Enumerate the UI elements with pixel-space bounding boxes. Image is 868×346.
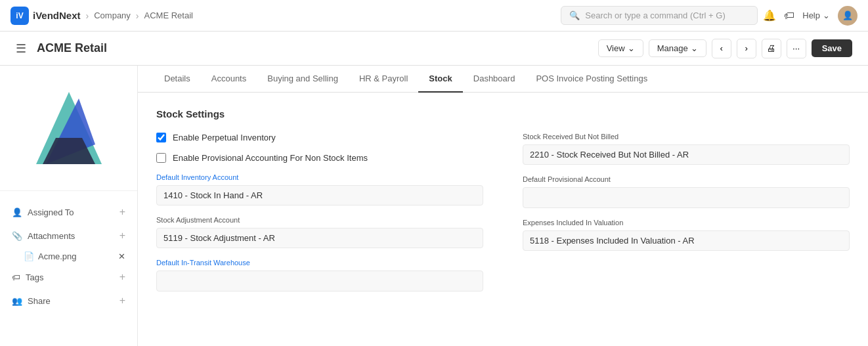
assigned-to-label: Assigned To [28, 207, 74, 217]
default-inventory-account-group: Default Inventory Account [156, 173, 483, 205]
enable-perpetual-inventory-row[interactable]: Enable Perpetual Inventory [156, 133, 483, 142]
header-actions: View ⌄ Manage ⌄ ‹ › 🖨 ··· Save [598, 39, 852, 58]
stock-settings-title: Stock Settings [156, 108, 850, 119]
sidebar-item-assigned-to-left: 👤 Assigned To [12, 207, 74, 217]
file-icon: 📄 [24, 251, 34, 261]
attachments-icon: 📎 [12, 231, 22, 241]
attachment-file-left: 📄 Acme.png [24, 251, 77, 261]
view-label: View [607, 43, 625, 53]
tab-stock[interactable]: Stock [418, 66, 462, 93]
stock-adjustment-account-group: Stock Adjustment Account [156, 216, 483, 248]
expenses-included-valuation-group: Expenses Included In Valuation [523, 219, 850, 251]
help-chevron-icon: ⌄ [823, 11, 830, 20]
breadcrumb-sep-2: › [136, 11, 139, 21]
form-right: Stock Received But Not Billed Default Pr… [523, 133, 850, 292]
default-in-transit-warehouse-input[interactable] [156, 270, 483, 292]
breadcrumb-company[interactable]: Company [94, 11, 131, 20]
view-chevron-icon: ⌄ [628, 43, 635, 53]
tab-pos-invoice[interactable]: POS Invoice Posting Settings [525, 66, 658, 93]
tags-plus-icon[interactable]: + [119, 271, 125, 283]
main-layout: 👤 Assigned To + 📎 Attachments + 📄 Acme.p… [0, 66, 868, 346]
file-remove-icon[interactable]: ✕ [118, 251, 125, 261]
content-area: Details Accounts Buying and Selling HR &… [138, 66, 868, 346]
breadcrumb-sep-1: › [86, 11, 89, 21]
tab-accounts[interactable]: Accounts [201, 66, 257, 93]
form-layout: Enable Perpetual Inventory Enable Provis… [156, 133, 850, 292]
stock-adjustment-account-input[interactable] [156, 228, 483, 248]
more-button[interactable]: ··· [787, 39, 806, 58]
sidebar: 👤 Assigned To + 📎 Attachments + 📄 Acme.p… [0, 66, 138, 346]
search-placeholder: Search or type a command (Ctrl + G) [585, 11, 726, 20]
share-label: Share [28, 296, 51, 306]
tab-buying-selling[interactable]: Buying and Selling [257, 66, 349, 93]
sidebar-item-attachments-left: 📎 Attachments [12, 231, 75, 241]
attachments-label: Attachments [28, 231, 75, 241]
tags-icon: 🏷 [12, 272, 20, 282]
manage-button[interactable]: Manage ⌄ [649, 39, 706, 57]
company-logo-area [0, 79, 137, 191]
app-logo[interactable]: iV iVendNext [11, 7, 81, 25]
user-avatar[interactable]: 👤 [838, 6, 857, 26]
sidebar-item-attachments[interactable]: 📎 Attachments + [5, 225, 132, 246]
topnav-icons: 🔔 🏷 Help ⌄ 👤 [763, 6, 857, 26]
sidebar-item-share-left: 👥 Share [12, 296, 51, 306]
assigned-to-plus-icon[interactable]: + [119, 206, 125, 218]
enable-provisional-accounting-row[interactable]: Enable Provisional Accounting For Non St… [156, 153, 483, 163]
app-name: iVendNext [33, 10, 81, 21]
default-provisional-account-input[interactable] [523, 187, 850, 208]
breadcrumb-acme[interactable]: ACME Retail [144, 11, 193, 20]
tab-dashboard[interactable]: Dashboard [463, 66, 526, 93]
print-button[interactable]: 🖨 [762, 39, 781, 58]
search-icon: 🔍 [569, 11, 580, 20]
expenses-included-valuation-label: Expenses Included In Valuation [523, 219, 850, 227]
tags-label: Tags [26, 272, 43, 282]
save-button[interactable]: Save [812, 39, 852, 57]
tags-button[interactable]: 🏷 [784, 10, 794, 22]
enable-perpetual-inventory-label: Enable Perpetual Inventory [173, 133, 276, 142]
page-title: ACME Retail [37, 41, 588, 55]
default-inventory-account-label: Default Inventory Account [156, 173, 483, 181]
stock-received-not-billed-group: Stock Received But Not Billed [523, 133, 850, 165]
default-provisional-account-label: Default Provisional Account [523, 175, 850, 183]
prev-button[interactable]: ‹ [712, 39, 731, 58]
stock-adjustment-account-label: Stock Adjustment Account [156, 216, 483, 224]
search-bar[interactable]: 🔍 Search or type a command (Ctrl + G) [561, 6, 758, 25]
top-nav: iV iVendNext › Company › ACME Retail 🔍 S… [0, 0, 868, 32]
enable-provisional-accounting-checkbox[interactable] [156, 153, 166, 163]
expenses-included-valuation-input[interactable] [523, 230, 850, 251]
next-button[interactable]: › [737, 39, 756, 58]
share-plus-icon[interactable]: + [119, 295, 125, 307]
assigned-to-icon: 👤 [12, 207, 22, 217]
hamburger-button[interactable]: ☰ [16, 41, 26, 56]
enable-provisional-accounting-label: Enable Provisional Accounting For Non St… [173, 153, 368, 163]
default-provisional-account-group: Default Provisional Account [523, 175, 850, 208]
sidebar-item-assigned-to[interactable]: 👤 Assigned To + [5, 202, 132, 223]
sidebar-item-share[interactable]: 👥 Share + [5, 290, 132, 311]
logo-icon: iV [11, 7, 29, 25]
sidebar-item-tags-left: 🏷 Tags [12, 272, 43, 282]
tab-details[interactable]: Details [154, 66, 201, 93]
sidebar-item-tags[interactable]: 🏷 Tags + [5, 267, 132, 288]
help-button[interactable]: Help ⌄ [802, 11, 830, 20]
stock-received-not-billed-label: Stock Received But Not Billed [523, 133, 850, 141]
attachments-plus-icon[interactable]: + [119, 230, 125, 242]
stock-received-not-billed-input[interactable] [523, 144, 850, 165]
sidebar-items: 👤 Assigned To + 📎 Attachments + 📄 Acme.p… [0, 191, 137, 322]
file-name: Acme.png [38, 251, 77, 261]
tab-hr-payroll[interactable]: HR & Payroll [349, 66, 418, 93]
page-header: ☰ ACME Retail View ⌄ Manage ⌄ ‹ › 🖨 ··· … [0, 32, 868, 66]
default-in-transit-warehouse-group: Default In-Transit Warehouse [156, 259, 483, 292]
default-inventory-account-input[interactable] [156, 185, 483, 205]
enable-perpetual-inventory-checkbox[interactable] [156, 133, 166, 142]
company-logo [23, 79, 115, 177]
manage-chevron-icon: ⌄ [691, 43, 698, 53]
share-icon: 👥 [12, 296, 22, 306]
attachment-file-row[interactable]: 📄 Acme.png ✕ [5, 249, 132, 264]
manage-label: Manage [657, 43, 688, 53]
notifications-button[interactable]: 🔔 [763, 9, 776, 22]
view-button[interactable]: View ⌄ [598, 39, 643, 57]
default-in-transit-warehouse-label: Default In-Transit Warehouse [156, 259, 483, 267]
stock-settings-content: Stock Settings Enable Perpetual Inventor… [138, 93, 868, 307]
help-label: Help [802, 11, 820, 20]
tabs: Details Accounts Buying and Selling HR &… [138, 66, 868, 93]
